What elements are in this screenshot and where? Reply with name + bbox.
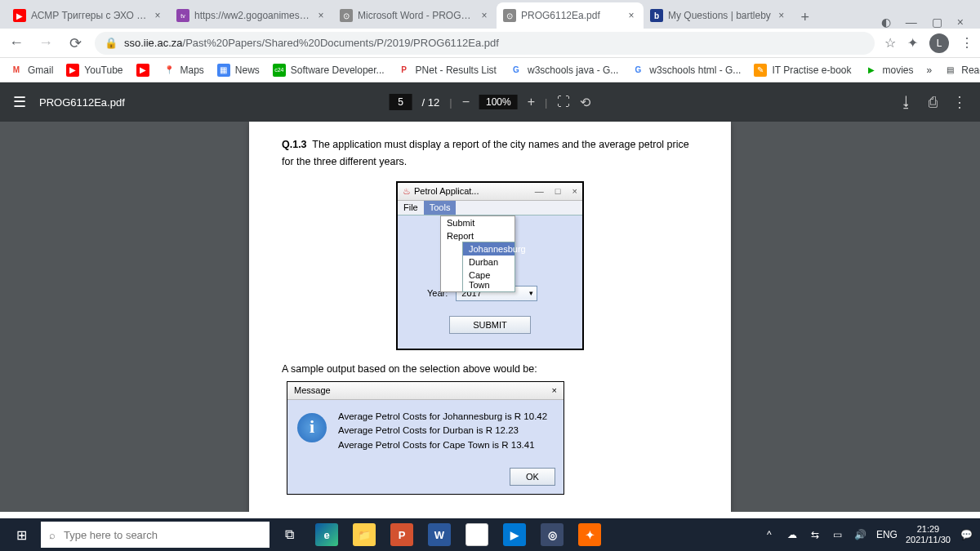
- rotate-icon[interactable]: ⟲: [580, 95, 590, 110]
- powerpoint-icon[interactable]: P: [384, 518, 420, 551]
- extension-icon[interactable]: ✦: [907, 35, 918, 51]
- tray-chevron-icon[interactable]: ^: [762, 527, 777, 542]
- star-icon[interactable]: ☆: [884, 35, 896, 51]
- zoom-out-button[interactable]: −: [462, 95, 470, 109]
- pdf-viewport[interactable]: Q.1.3 The application must display a rep…: [0, 122, 980, 512]
- bartleby-icon: b: [650, 9, 663, 22]
- zoom-in-button[interactable]: +: [528, 95, 535, 109]
- url-input[interactable]: 🔒 sso.iie.ac.za/Past%20Papers/Shared%20D…: [95, 32, 875, 55]
- print-icon[interactable]: ⎙: [929, 94, 938, 111]
- chrome-icon[interactable]: ◉: [459, 518, 495, 551]
- petrol-app-window: ♨ Petrol Applicat... — □ × File Tools Su…: [396, 181, 584, 350]
- address-bar: ← → ⟳ 🔒 sso.iie.ac.za/Past%20Papers/Shar…: [0, 29, 980, 58]
- sync-icon[interactable]: ◐: [881, 16, 891, 29]
- close-icon[interactable]: ×: [572, 186, 577, 196]
- volume-icon[interactable]: 🔊: [853, 527, 868, 542]
- more-icon[interactable]: ⋮: [952, 93, 967, 111]
- city-johannesburg[interactable]: Johannesburg: [463, 242, 514, 256]
- close-icon[interactable]: ×: [552, 385, 557, 395]
- clock[interactable]: 21:292021/11/30: [906, 524, 951, 545]
- close-window-icon[interactable]: ×: [957, 16, 964, 29]
- bookmarks-bar: MGmail ▶YouTube ▶ 📍Maps ▦News c24Softwar…: [0, 58, 980, 82]
- start-button[interactable]: ⊞: [3, 518, 39, 551]
- taskbar-search[interactable]: ⌕Type here to search: [41, 522, 270, 548]
- movies-icon[interactable]: ▶: [497, 518, 532, 551]
- reading-list-button[interactable]: ▤Reading list: [943, 64, 980, 77]
- app-icon[interactable]: ◎: [534, 518, 570, 551]
- site-icon: tv: [176, 9, 189, 22]
- menu-file[interactable]: File: [398, 201, 424, 215]
- bookmark-maps[interactable]: 📍Maps: [163, 64, 204, 77]
- edge-icon[interactable]: e: [309, 518, 345, 551]
- battery-icon[interactable]: ▭: [831, 527, 845, 542]
- pdf-page: Q.1.3 The application must display a rep…: [249, 122, 731, 512]
- city-capetown[interactable]: Cape Town: [463, 269, 514, 291]
- forward-button[interactable]: →: [36, 33, 56, 53]
- browser-tabstrip: ▶АСМР Триггеры с ЭХО | Гип× tvhttps://ww…: [0, 0, 980, 29]
- onedrive-icon[interactable]: ☁: [785, 527, 800, 542]
- dropdown-report[interactable]: Report: [441, 229, 514, 242]
- back-button[interactable]: ←: [7, 33, 26, 53]
- app-icon-2[interactable]: ✦: [572, 518, 608, 551]
- tab-2[interactable]: ⊙Microsoft Word - PROG6112×: [333, 2, 497, 29]
- ok-button[interactable]: OK: [510, 468, 555, 486]
- pdf-toolbar: ☰ PROG6112Ea.pdf / 12 | − 100% + | ⛶ ⟲ ⭳…: [0, 82, 980, 122]
- bookmark-w3html[interactable]: Gw3schools html - G...: [631, 64, 741, 77]
- close-icon[interactable]: ×: [152, 10, 163, 21]
- minimize-icon[interactable]: —: [535, 186, 544, 196]
- bookmark-news[interactable]: ▦News: [217, 64, 260, 77]
- bookmark-softwaredev[interactable]: c24Software Developer...: [273, 64, 385, 77]
- bookmark-w3java[interactable]: Gw3schools java - G...: [510, 64, 618, 77]
- city-durban[interactable]: Durban: [463, 256, 514, 269]
- bookmark-yt2[interactable]: ▶: [136, 64, 149, 77]
- tab-0[interactable]: ▶АСМР Триггеры с ЭХО | Гип×: [7, 2, 170, 29]
- language-indicator[interactable]: ENG: [876, 529, 898, 540]
- bookmark-itpractise[interactable]: ✎IT Practise e-book: [754, 64, 851, 77]
- minimize-icon[interactable]: —: [906, 16, 917, 29]
- explorer-icon[interactable]: 📁: [346, 518, 382, 551]
- wifi-icon[interactable]: ⇆: [808, 527, 822, 542]
- chrome-icon: ⊙: [503, 9, 516, 22]
- app-menubar: File Tools: [398, 201, 582, 216]
- submit-button[interactable]: SUBMIT: [449, 316, 531, 334]
- overflow-icon[interactable]: »: [927, 64, 933, 76]
- fit-page-icon[interactable]: ⛶: [557, 95, 570, 109]
- menu-tools[interactable]: Tools: [424, 201, 457, 215]
- lock-icon: 🔒: [105, 37, 118, 49]
- word-icon[interactable]: W: [421, 518, 457, 551]
- new-tab-button[interactable]: +: [794, 6, 817, 29]
- message-dialog: Message × i Average Petrol Costs for Joh…: [287, 381, 564, 495]
- bookmark-gmail[interactable]: MGmail: [10, 64, 53, 77]
- close-icon[interactable]: ×: [479, 10, 490, 21]
- search-icon: ⌕: [49, 529, 56, 541]
- maximize-icon[interactable]: ▢: [932, 16, 942, 29]
- page-input[interactable]: [390, 94, 412, 110]
- close-icon[interactable]: ×: [776, 10, 787, 21]
- hamburger-icon[interactable]: ☰: [13, 93, 26, 111]
- info-icon: i: [297, 413, 327, 442]
- tab-4[interactable]: bMy Questions | bartleby×: [644, 2, 794, 29]
- download-icon[interactable]: ⭳: [899, 94, 914, 111]
- dropdown-submit[interactable]: Submit: [441, 216, 514, 229]
- chrome-icon: ⊙: [340, 9, 353, 22]
- message-text: Average Petrol Costs for Johannesburg is…: [338, 410, 547, 453]
- close-icon[interactable]: ×: [626, 10, 637, 21]
- maximize-icon[interactable]: □: [555, 186, 561, 196]
- tools-dropdown: Submit Report Johannesburg Durban Cape T…: [440, 216, 515, 292]
- system-tray: ^ ☁ ⇆ ▭ 🔊 ENG 21:292021/11/30 💬: [762, 524, 977, 545]
- zoom-level[interactable]: 100%: [479, 95, 518, 109]
- menu-icon[interactable]: ⋮: [960, 35, 973, 51]
- dialog-title: Message: [294, 385, 331, 395]
- profile-avatar[interactable]: L: [929, 33, 949, 53]
- bookmark-pnet[interactable]: PPNet - Results List: [398, 64, 497, 77]
- tab-3[interactable]: ⊙PROG6112Ea.pdf×: [497, 2, 644, 29]
- pdf-title: PROG6112Ea.pdf: [39, 96, 125, 109]
- bookmark-movies[interactable]: ▶movies: [865, 64, 914, 77]
- close-icon[interactable]: ×: [315, 10, 327, 21]
- bookmark-youtube[interactable]: ▶YouTube: [66, 64, 122, 77]
- app-titlebar: ♨ Petrol Applicat... — □ ×: [398, 183, 582, 201]
- task-view-button[interactable]: ⧉: [271, 518, 307, 551]
- tab-1[interactable]: tvhttps://ww2.gogoanimes.org×: [170, 2, 333, 29]
- reload-button[interactable]: ⟳: [65, 33, 85, 53]
- notifications-icon[interactable]: 💬: [959, 527, 973, 542]
